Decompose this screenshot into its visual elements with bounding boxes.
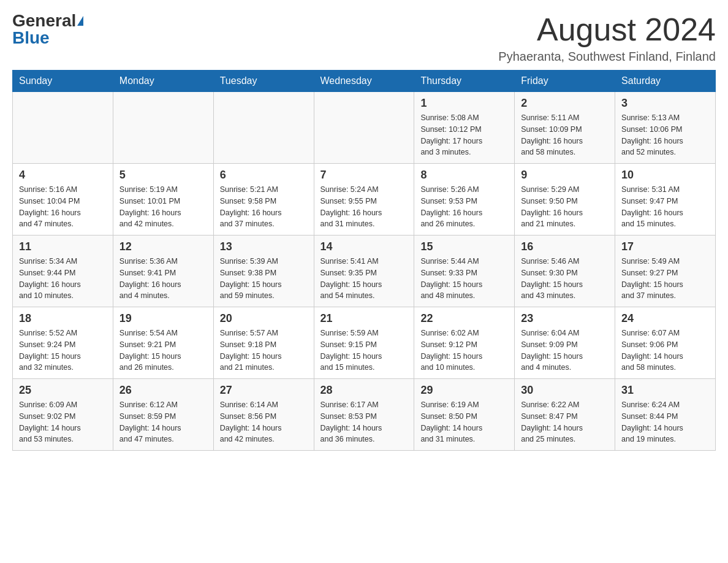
calendar-cell: 29Sunrise: 6:19 AMSunset: 8:50 PMDayligh… bbox=[414, 379, 515, 451]
calendar-header: SundayMondayTuesdayWednesdayThursdayFrid… bbox=[13, 71, 716, 92]
calendar-cell: 27Sunrise: 6:14 AMSunset: 8:56 PMDayligh… bbox=[213, 379, 314, 451]
day-info: Sunrise: 5:59 AMSunset: 9:15 PMDaylight:… bbox=[320, 327, 408, 373]
calendar-cell bbox=[113, 92, 213, 164]
day-info: Sunrise: 5:54 AMSunset: 9:21 PMDaylight:… bbox=[119, 327, 207, 373]
day-of-week-header: Wednesday bbox=[314, 71, 414, 92]
title-section: August 2024 Pyhaeranta, Southwest Finlan… bbox=[498, 12, 716, 64]
calendar-cell: 3Sunrise: 5:13 AMSunset: 10:06 PMDayligh… bbox=[615, 92, 716, 164]
day-info: Sunrise: 6:14 AMSunset: 8:56 PMDaylight:… bbox=[220, 399, 308, 445]
calendar-cell bbox=[314, 92, 414, 164]
day-info: Sunrise: 5:21 AMSunset: 9:58 PMDaylight:… bbox=[220, 184, 308, 230]
day-info: Sunrise: 5:11 AMSunset: 10:09 PMDaylight… bbox=[521, 112, 609, 158]
day-number: 10 bbox=[621, 169, 709, 182]
calendar-cell: 8Sunrise: 5:26 AMSunset: 9:53 PMDaylight… bbox=[414, 164, 515, 236]
day-info: Sunrise: 6:19 AMSunset: 8:50 PMDaylight:… bbox=[420, 399, 508, 445]
day-number: 17 bbox=[621, 240, 709, 253]
calendar-cell: 30Sunrise: 6:22 AMSunset: 8:47 PMDayligh… bbox=[515, 379, 615, 451]
calendar-cell: 19Sunrise: 5:54 AMSunset: 9:21 PMDayligh… bbox=[113, 307, 213, 379]
day-info: Sunrise: 5:41 AMSunset: 9:35 PMDaylight:… bbox=[320, 256, 408, 302]
day-info: Sunrise: 5:08 AMSunset: 10:12 PMDaylight… bbox=[420, 112, 508, 158]
day-info: Sunrise: 5:36 AMSunset: 9:41 PMDaylight:… bbox=[119, 256, 207, 302]
calendar-week-row: 4Sunrise: 5:16 AMSunset: 10:04 PMDayligh… bbox=[13, 164, 716, 236]
calendar-week-row: 18Sunrise: 5:52 AMSunset: 9:24 PMDayligh… bbox=[13, 307, 716, 379]
day-info: Sunrise: 6:12 AMSunset: 8:59 PMDaylight:… bbox=[119, 399, 207, 445]
day-number: 19 bbox=[119, 312, 207, 325]
day-number: 21 bbox=[320, 312, 408, 325]
logo-general-text: General bbox=[12, 12, 76, 29]
day-number: 1 bbox=[420, 97, 508, 110]
day-info: Sunrise: 5:16 AMSunset: 10:04 PMDaylight… bbox=[19, 184, 107, 230]
day-number: 15 bbox=[420, 240, 508, 253]
day-number: 29 bbox=[420, 384, 508, 397]
calendar-cell: 26Sunrise: 6:12 AMSunset: 8:59 PMDayligh… bbox=[113, 379, 213, 451]
day-number: 14 bbox=[320, 240, 408, 253]
day-number: 20 bbox=[220, 312, 308, 325]
calendar-cell: 20Sunrise: 5:57 AMSunset: 9:18 PMDayligh… bbox=[213, 307, 314, 379]
day-number: 18 bbox=[19, 312, 107, 325]
day-number: 8 bbox=[420, 169, 508, 182]
day-number: 2 bbox=[521, 97, 609, 110]
logo-blue-text: Blue bbox=[12, 29, 50, 47]
calendar-week-row: 25Sunrise: 6:09 AMSunset: 9:02 PMDayligh… bbox=[13, 379, 716, 451]
calendar-cell: 4Sunrise: 5:16 AMSunset: 10:04 PMDayligh… bbox=[13, 164, 113, 236]
day-number: 11 bbox=[19, 240, 107, 253]
calendar-cell: 1Sunrise: 5:08 AMSunset: 10:12 PMDayligh… bbox=[414, 92, 515, 164]
month-title: August 2024 bbox=[498, 12, 716, 47]
day-info: Sunrise: 5:44 AMSunset: 9:33 PMDaylight:… bbox=[420, 256, 508, 302]
day-number: 30 bbox=[521, 384, 609, 397]
calendar-cell: 17Sunrise: 5:49 AMSunset: 9:27 PMDayligh… bbox=[615, 236, 716, 307]
day-number: 28 bbox=[320, 384, 408, 397]
calendar-cell: 22Sunrise: 6:02 AMSunset: 9:12 PMDayligh… bbox=[414, 307, 515, 379]
day-info: Sunrise: 6:07 AMSunset: 9:06 PMDaylight:… bbox=[621, 327, 709, 373]
day-number: 6 bbox=[220, 169, 308, 182]
calendar-cell bbox=[13, 92, 113, 164]
days-of-week-row: SundayMondayTuesdayWednesdayThursdayFrid… bbox=[13, 71, 716, 92]
day-info: Sunrise: 6:04 AMSunset: 9:09 PMDaylight:… bbox=[521, 327, 609, 373]
calendar-cell: 11Sunrise: 5:34 AMSunset: 9:44 PMDayligh… bbox=[13, 236, 113, 307]
day-info: Sunrise: 5:49 AMSunset: 9:27 PMDaylight:… bbox=[621, 256, 709, 302]
day-number: 13 bbox=[220, 240, 308, 253]
day-info: Sunrise: 6:24 AMSunset: 8:44 PMDaylight:… bbox=[621, 399, 709, 445]
calendar-table: SundayMondayTuesdayWednesdayThursdayFrid… bbox=[12, 70, 716, 451]
day-info: Sunrise: 5:26 AMSunset: 9:53 PMDaylight:… bbox=[420, 184, 508, 230]
day-of-week-header: Sunday bbox=[13, 71, 113, 92]
calendar-cell: 9Sunrise: 5:29 AMSunset: 9:50 PMDaylight… bbox=[515, 164, 615, 236]
calendar-body: 1Sunrise: 5:08 AMSunset: 10:12 PMDayligh… bbox=[13, 92, 716, 451]
calendar-cell: 10Sunrise: 5:31 AMSunset: 9:47 PMDayligh… bbox=[615, 164, 716, 236]
day-number: 25 bbox=[19, 384, 107, 397]
calendar-cell: 15Sunrise: 5:44 AMSunset: 9:33 PMDayligh… bbox=[414, 236, 515, 307]
day-info: Sunrise: 5:19 AMSunset: 10:01 PMDaylight… bbox=[119, 184, 207, 230]
calendar-cell bbox=[213, 92, 314, 164]
day-number: 31 bbox=[621, 384, 709, 397]
calendar-cell: 18Sunrise: 5:52 AMSunset: 9:24 PMDayligh… bbox=[13, 307, 113, 379]
calendar-cell: 31Sunrise: 6:24 AMSunset: 8:44 PMDayligh… bbox=[615, 379, 716, 451]
day-info: Sunrise: 6:22 AMSunset: 8:47 PMDaylight:… bbox=[521, 399, 609, 445]
day-number: 16 bbox=[521, 240, 609, 253]
day-info: Sunrise: 5:39 AMSunset: 9:38 PMDaylight:… bbox=[220, 256, 308, 302]
calendar-cell: 2Sunrise: 5:11 AMSunset: 10:09 PMDayligh… bbox=[515, 92, 615, 164]
day-number: 9 bbox=[521, 169, 609, 182]
day-number: 5 bbox=[119, 169, 207, 182]
day-of-week-header: Thursday bbox=[414, 71, 515, 92]
logo: General Blue bbox=[12, 12, 83, 47]
day-number: 3 bbox=[621, 97, 709, 110]
day-of-week-header: Saturday bbox=[615, 71, 716, 92]
calendar-cell: 7Sunrise: 5:24 AMSunset: 9:55 PMDaylight… bbox=[314, 164, 414, 236]
day-number: 22 bbox=[420, 312, 508, 325]
day-number: 12 bbox=[119, 240, 207, 253]
page-header: General Blue August 2024 Pyhaeranta, Sou… bbox=[12, 12, 716, 64]
calendar-cell: 25Sunrise: 6:09 AMSunset: 9:02 PMDayligh… bbox=[13, 379, 113, 451]
calendar-week-row: 11Sunrise: 5:34 AMSunset: 9:44 PMDayligh… bbox=[13, 236, 716, 307]
day-number: 24 bbox=[621, 312, 709, 325]
calendar-cell: 16Sunrise: 5:46 AMSunset: 9:30 PMDayligh… bbox=[515, 236, 615, 307]
day-of-week-header: Monday bbox=[113, 71, 213, 92]
calendar-cell: 28Sunrise: 6:17 AMSunset: 8:53 PMDayligh… bbox=[314, 379, 414, 451]
day-of-week-header: Friday bbox=[515, 71, 615, 92]
calendar-cell: 24Sunrise: 6:07 AMSunset: 9:06 PMDayligh… bbox=[615, 307, 716, 379]
day-info: Sunrise: 6:17 AMSunset: 8:53 PMDaylight:… bbox=[320, 399, 408, 445]
day-info: Sunrise: 5:46 AMSunset: 9:30 PMDaylight:… bbox=[521, 256, 609, 302]
day-info: Sunrise: 5:24 AMSunset: 9:55 PMDaylight:… bbox=[320, 184, 408, 230]
day-info: Sunrise: 5:29 AMSunset: 9:50 PMDaylight:… bbox=[521, 184, 609, 230]
day-number: 26 bbox=[119, 384, 207, 397]
day-info: Sunrise: 6:02 AMSunset: 9:12 PMDaylight:… bbox=[420, 327, 508, 373]
